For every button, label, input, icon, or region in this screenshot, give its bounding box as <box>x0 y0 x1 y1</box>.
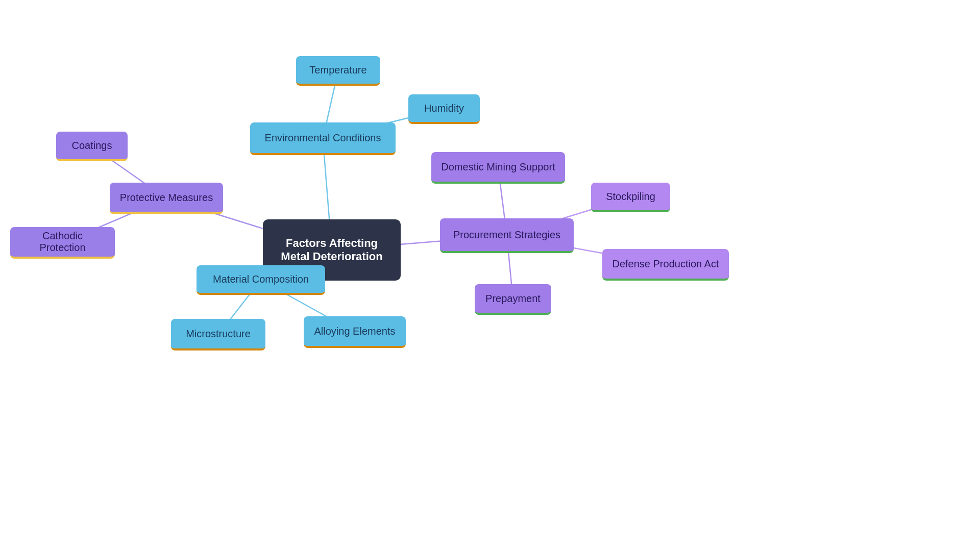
microstructure-node: Microstructure <box>171 319 265 350</box>
temperature-node: Temperature <box>296 56 380 86</box>
alloying-node: Alloying Elements <box>304 316 406 348</box>
stockpiling-node: Stockpiling <box>591 183 670 212</box>
domestic-node: Domestic Mining Support <box>431 152 565 184</box>
prepayment-node: Prepayment <box>475 284 551 315</box>
environmental-node: Environmental Conditions <box>250 122 396 155</box>
material-node: Material Composition <box>197 265 325 295</box>
coatings-node: Coatings <box>56 132 128 161</box>
protective-node: Protective Measures <box>110 183 223 214</box>
defense-node: Defense Production Act <box>602 249 729 281</box>
procurement-node: Procurement Strategies <box>440 218 574 253</box>
cathodic-node: Cathodic Protection <box>10 227 115 259</box>
humidity-node: Humidity <box>408 94 480 124</box>
